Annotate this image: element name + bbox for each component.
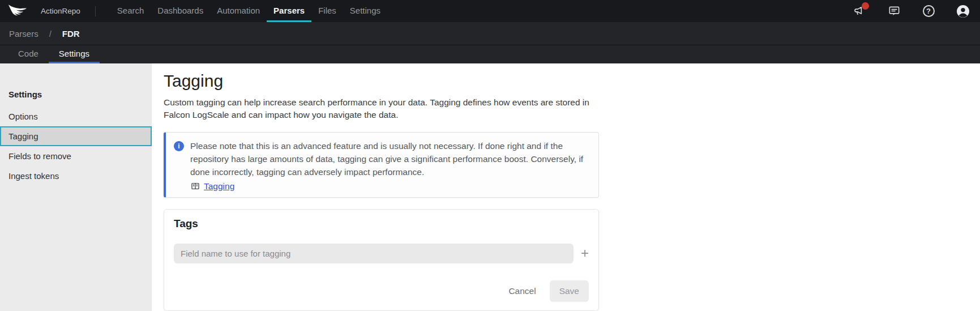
topnav-right-icons: ? [853,0,980,22]
tags-heading: Tags [174,218,589,230]
avatar-icon[interactable] [956,5,970,18]
sidebar-item-tagging[interactable]: Tagging [0,126,152,146]
help-glyph: ? [923,5,935,17]
primary-nav: Search Dashboards Automation Parsers Fil… [110,0,387,22]
book-icon [190,181,200,191]
nav-item-search[interactable]: Search [110,0,151,22]
tab-settings[interactable]: Settings [49,45,100,63]
tag-input-row: + [174,244,589,263]
tag-field-input[interactable] [174,244,574,263]
save-button[interactable]: Save [550,280,589,302]
breadcrumb-current: FDR [62,29,80,39]
top-navigation: ActionRepo Search Dashboards Automation … [0,0,980,22]
content-area: Settings Options Tagging Fields to remov… [0,63,980,311]
main-panel: Tagging Custom tagging can help increase… [152,63,980,311]
sidebar-item-ingest-tokens[interactable]: Ingest tokens [0,166,152,186]
parser-tabs: Code Settings [0,45,980,63]
cancel-button[interactable]: Cancel [503,282,541,301]
breadcrumb-separator: / [49,29,52,39]
docs-link-row: Tagging [190,181,589,191]
nav-item-parsers[interactable]: Parsers [267,0,311,22]
tab-code[interactable]: Code [8,45,49,63]
help-icon[interactable]: ? [922,5,935,18]
page-title: Tagging [164,71,980,91]
tagging-docs-link[interactable]: Tagging [204,181,234,191]
brand-area: ActionRepo [0,0,110,22]
repo-name[interactable]: ActionRepo [41,7,80,15]
nav-divider [95,6,96,16]
info-icon: i [174,141,184,151]
breadcrumb-parsers[interactable]: Parsers [9,29,38,39]
nav-item-dashboards[interactable]: Dashboards [151,0,210,22]
tags-card: Tags + Cancel Save [164,209,599,311]
sidebar-item-fields-to-remove[interactable]: Fields to remove [0,146,152,166]
sidebar-heading: Settings [0,87,152,102]
add-tag-icon[interactable]: + [581,248,589,259]
nav-item-files[interactable]: Files [311,0,343,22]
nav-item-settings[interactable]: Settings [343,0,387,22]
info-alert-text: Please note that this is an advanced fea… [190,139,589,179]
tags-card-actions: Cancel Save [174,280,589,302]
info-alert: i Please note that this is an advanced f… [164,132,599,198]
notification-badge [862,2,869,10]
breadcrumb: Parsers / FDR [0,22,980,45]
message-icon[interactable] [887,5,901,18]
info-alert-body: Please note that this is an advanced fea… [190,139,589,191]
falcon-logscale-logo-icon[interactable] [8,4,27,19]
sidebar-item-options[interactable]: Options [0,106,152,126]
nav-item-automation[interactable]: Automation [210,0,267,22]
settings-sidebar: Settings Options Tagging Fields to remov… [0,63,152,311]
page-description: Custom tagging can help increase search … [164,96,611,122]
megaphone-icon[interactable] [853,5,866,18]
